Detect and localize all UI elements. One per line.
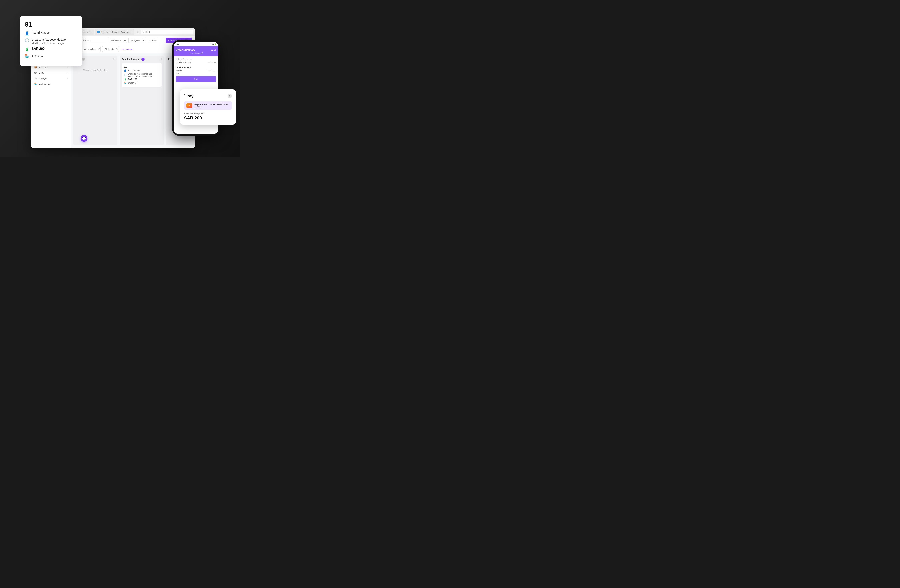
draft-empty-state: You don't have Draft orders xyxy=(75,63,115,77)
fic-branch-row: 🏪 Branch 1 xyxy=(25,54,77,59)
agent-select[interactable]: All Agents xyxy=(128,37,145,43)
pending-payment-col-header: Pending Payment 1 ⓘ xyxy=(122,57,162,61)
order-customer-icon: 👤 xyxy=(124,69,127,72)
phone-header-arabic: العربية xyxy=(211,48,216,51)
apple-pay-text: Pay xyxy=(186,94,194,98)
sidebar-item-marketplace[interactable]: 🏪 Marketplace xyxy=(31,81,71,87)
fic-amount: SAR 200 xyxy=(32,47,45,51)
card-chip-icon: 💳 xyxy=(188,105,190,107)
phone-header: Order Summary العربية 09:28 minutes left xyxy=(174,46,218,56)
phone-item-row: 1 x Piza-SEa Food SAR 200.00 xyxy=(175,62,216,64)
pending-payment-badge: 1 xyxy=(141,57,144,61)
filter-button[interactable]: ▼ Filter xyxy=(147,37,158,43)
fic-customer-icon: 👤 xyxy=(25,31,29,36)
order-branch-icon: 🏪 xyxy=(124,82,127,84)
kanban-col-draft: Draft 0 ⓘ You don't have Draft orders xyxy=(73,56,117,145)
sidebar-label-marketplace: Marketplace xyxy=(39,83,51,85)
phone-subtotal-row: Subtotal SAR 200... xyxy=(175,70,216,72)
order-card-branch: Branch 1 xyxy=(127,82,136,84)
branch-select[interactable]: All Branches xyxy=(108,37,127,43)
pending-payment-col-title: Pending Payment xyxy=(122,58,140,60)
fic-branch-icon: 🏪 xyxy=(25,54,29,59)
order-amount-icon: 💲 xyxy=(124,78,127,81)
address-bar[interactable] xyxy=(141,30,193,34)
edit-requests-link[interactable]: Edit Requests xyxy=(121,48,133,50)
filter-icon: ▼ xyxy=(149,39,151,42)
order-card[interactable]: 81 👤 Abd El Kareem 🕐 Created a few secon… xyxy=(122,63,162,87)
tab-close-3[interactable]: × xyxy=(131,31,132,33)
apple-pay-close-button[interactable]: × xyxy=(228,94,232,98)
apm-card-name: Payment via... Bank Credit Card xyxy=(194,103,230,106)
chat-icon: 💬 xyxy=(82,137,86,141)
new-tab-button[interactable]: + xyxy=(135,30,140,34)
order-card-customer-row: 👤 Abd El Kareem xyxy=(124,69,160,72)
filter-label: Filter xyxy=(152,39,156,42)
apm-card-icon: 💳 xyxy=(186,104,192,108)
manage-icon: ⚙ xyxy=(34,77,37,80)
fic-amount-row: 💲 SAR 200 xyxy=(25,47,77,51)
phone-signal: ▪▪▪ 5G 🔋 xyxy=(209,43,216,45)
pending-payment-info-icon: ⓘ xyxy=(160,58,162,61)
manage-chevron-icon: › xyxy=(67,77,68,79)
apm-pay-label: Pay Online Payment xyxy=(184,112,232,115)
phone-header-title: Order Summary xyxy=(175,48,195,51)
floating-info-card: 81 👤 Abd El Kareem 🕐 Created a few secon… xyxy=(20,16,82,66)
order-card-modified: Modified a few seconds ago xyxy=(127,75,152,77)
fic-branch: Branch 1 xyxy=(32,54,43,57)
phone-summary-title: Order Summary xyxy=(175,67,216,68)
tab-label-3: CS board - CS board - Agile Bo... xyxy=(101,31,130,33)
order-card-time-row: 🕐 Created a few seconds ago Modified a f… xyxy=(124,73,160,77)
fic-customer-name: Abd El Kareem xyxy=(32,31,50,34)
apm-amount: SAR 200 xyxy=(184,116,232,121)
phone-status-bar: 2:35 ▪▪▪ 5G 🔋 xyxy=(174,42,218,46)
fic-modified: Modified a few seconds ago xyxy=(32,42,65,45)
phone-pay-button[interactable]: Pr... xyxy=(175,76,216,82)
sidebar-label-menu: Menu xyxy=(39,71,44,74)
fic-time-row: 🕐 Created a few seconds ago Modified a f… xyxy=(25,38,77,45)
apm-card-info: Payment via... Bank Credit Card .... 566… xyxy=(194,103,230,108)
phone-timer: 09:28 minutes left xyxy=(175,52,216,54)
fic-time-icon: 🕐 xyxy=(25,38,29,43)
apm-card-row[interactable]: 💳 Payment via... Bank Credit Card .... 5… xyxy=(184,101,232,110)
sidebar-item-menu[interactable]: 🍽 Menu › xyxy=(31,70,71,76)
sub-agent-select[interactable]: All Agents xyxy=(102,46,119,52)
sub-branch-select[interactable]: All Branches xyxy=(82,46,101,52)
apple-pay-modal:  Pay × 💳 Payment via... Bank Credit Car… xyxy=(180,89,236,125)
apple-icon:  xyxy=(184,93,186,99)
tab-close-2[interactable]: × xyxy=(90,31,92,33)
order-card-amount: SAR 200 xyxy=(127,78,137,81)
phone-time: 2:35 xyxy=(175,43,179,45)
order-card-branch-row: 🏪 Branch 1 xyxy=(124,82,160,84)
order-card-amount-row: 💲 SAR 200 xyxy=(124,78,160,81)
phone-total-row: Total xyxy=(175,72,216,74)
draft-badge: 0 xyxy=(82,57,85,61)
order-time-icon: 🕐 xyxy=(124,74,127,76)
phone-total-label: Total xyxy=(175,72,179,74)
sidebar-label-manage: Manage xyxy=(39,77,47,79)
phone-order-ref: Order Reference #81 xyxy=(175,58,216,60)
apm-card-number: .... 5664 xyxy=(194,106,230,108)
inventory-chevron-icon: › xyxy=(67,66,68,68)
fic-amount-icon: 💲 xyxy=(25,47,29,51)
fic-created: Created a few seconds ago xyxy=(32,38,65,41)
phone-pay-label: Pr... xyxy=(194,78,198,80)
new-order-icon: + xyxy=(168,39,169,42)
phone-subtotal-value: SAR 200... xyxy=(208,70,216,72)
draft-info-icon: ⓘ xyxy=(113,58,115,61)
inventory-icon: 📦 xyxy=(34,66,37,68)
fic-customer-row: 👤 Abd El Kareem xyxy=(25,31,77,36)
order-card-number: 81 xyxy=(124,65,160,68)
tab-cs-board[interactable]: CS board - CS board - Agile Bo... × xyxy=(95,29,134,35)
phone-item-price: SAR 200.00 xyxy=(206,62,216,64)
chat-bubble-button[interactable]: 💬 xyxy=(81,135,87,142)
scene: Pay - Foodics × Create your login - Food… xyxy=(0,0,240,157)
sidebar-item-manage[interactable]: ⚙ Manage › xyxy=(31,76,71,81)
phone-subtotal-label: Subtotal xyxy=(175,70,182,72)
order-card-created: Created a few seconds ago xyxy=(127,73,152,75)
phone-item-qty-name: 1 x Piza-SEa Food xyxy=(175,62,191,64)
marketplace-icon: 🏪 xyxy=(34,82,37,85)
kanban-col-pending-payment: Pending Payment 1 ⓘ 81 👤 Abd El Kareem xyxy=(120,56,164,145)
fic-number: 81 xyxy=(25,21,77,28)
apm-header:  Pay × xyxy=(184,93,232,99)
sidebar-label-inventory: Inventory xyxy=(39,66,48,68)
